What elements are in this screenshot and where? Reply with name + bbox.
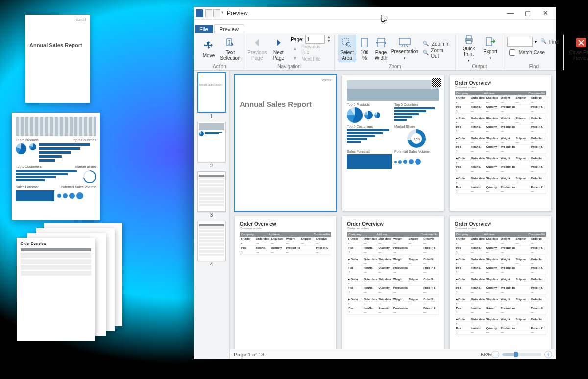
close-button[interactable]: ✕ (537, 8, 554, 18)
thumbnail-3[interactable] (197, 171, 226, 212)
order-block: ▸ OrderOrder dateShip dateWeightShipperO… (455, 116, 546, 134)
preview-page-2[interactable]: Top 5 ProductsTop 5 Countries Top 5 Cust… (342, 75, 443, 211)
preview-page-5[interactable]: Order Overview Customer orders CompanyAd… (342, 216, 443, 349)
zoom-out-button[interactable]: 🔍Zoom Out (421, 49, 452, 58)
thumbnail-number: 3 (196, 213, 227, 218)
page-width-icon (375, 36, 388, 49)
preview-page-3[interactable]: Order Overview Customer orders CompanyAd… (450, 75, 551, 211)
order-block: ▸ OrderOrder dateShip dateWeightShipperO… (455, 95, 546, 114)
find-input[interactable] (507, 37, 533, 47)
close-print-preview-button[interactable]: Close Print Preview (567, 35, 588, 62)
export-button[interactable]: Export▾ (480, 35, 501, 62)
area-chart-icon (347, 154, 392, 169)
group-label-zoom: Zoom (389, 64, 401, 69)
thumbnail-1[interactable]: Annual Sales Report (197, 72, 226, 113)
match-case-checkbox[interactable]: Match Case (507, 48, 561, 57)
group-label-action: Action (213, 64, 226, 69)
zoom-slider[interactable] (502, 353, 541, 356)
combit-logo: combit (322, 78, 333, 82)
maximize-button[interactable]: ▢ (519, 8, 537, 18)
sample-order-title: Order Overview (21, 242, 46, 245)
app-icon (196, 9, 203, 17)
page-icon (358, 36, 371, 49)
export-icon (484, 36, 497, 48)
next-file-button[interactable]: ▼Next File (291, 54, 331, 63)
order-block: ▸ OrderOrder dateShip dateWeightShipperO… (240, 237, 331, 255)
find-button[interactable]: 🔍Find (539, 37, 561, 46)
zoom-in-button[interactable]: + (544, 351, 552, 358)
thumbnail-number: 1 (196, 114, 227, 119)
preview-page-1[interactable]: combit Annual Sales Report (235, 75, 336, 211)
qat-icon[interactable] (205, 9, 212, 17)
thumbnail-2[interactable] (197, 122, 226, 162)
order-block: ▸ OrderOrder dateShip dateWeightShipperO… (347, 277, 439, 295)
minimize-button[interactable]: — (501, 8, 519, 18)
tab-file[interactable]: File (195, 25, 213, 33)
select-area-button[interactable]: Select Area (338, 35, 356, 62)
presentation-button[interactable]: Presentation▾ (391, 35, 419, 62)
page-input[interactable] (305, 35, 325, 44)
order-block: ▸ OrderOrder dateShip dateWeightShipperO… (347, 237, 439, 255)
combit-logo: combit (76, 18, 86, 21)
thumbnail-panel[interactable]: Annual Sales Report 1 2 3 4 (194, 71, 230, 359)
qat-dropdown-icon[interactable]: ▾ (221, 10, 224, 17)
page-width-button[interactable]: Page Width (372, 35, 390, 62)
move-button[interactable]: Move (198, 35, 219, 62)
order-block: ▸ OrderOrder dateShip dateWeightShipperO… (455, 176, 546, 194)
zoom-in-button[interactable]: 🔍Zoom In (421, 40, 452, 48)
arrow-up-icon: ▲ (293, 46, 299, 53)
zoom-level: 58% (481, 352, 491, 357)
svg-rect-3 (361, 38, 368, 47)
order-block: ▸ OrderOrder dateShip dateWeightShipperO… (455, 317, 546, 335)
area-chart-icon (16, 190, 54, 201)
world-map-icon (16, 117, 96, 136)
presentation-icon (398, 36, 411, 48)
order-block: ▸ OrderOrder dateShip dateWeightShipperO… (347, 297, 439, 315)
printer-icon (463, 34, 475, 45)
page-pane[interactable]: combit Annual Sales Report Top 5 Product… (230, 71, 556, 349)
group-label-output: Output (472, 64, 487, 69)
bar-chart-icon (394, 107, 439, 123)
zoom-out-icon: 🔍 (423, 50, 429, 57)
preview-page-6[interactable]: Order Overview Customer orders CompanyAd… (450, 216, 551, 349)
pie-icon (16, 143, 26, 154)
close-preview-icon (575, 36, 588, 49)
thumbnail-number: 2 (196, 163, 227, 168)
ribbon-tabs: File Preview (194, 20, 556, 33)
quick-print-button[interactable]: Quick Print▾ (459, 35, 479, 62)
order-block: ▸ OrderOrder dateShip dateWeightShipperO… (455, 237, 546, 255)
preview-page-4[interactable]: Order Overview Customer orders CompanyAd… (235, 216, 336, 349)
group-label-find: Find (529, 64, 539, 69)
ribbon: Move Text Selection Action Previous Page… (194, 33, 556, 71)
page-spinner[interactable]: Page: ▲▼ (291, 35, 331, 44)
qat-icon[interactable] (213, 9, 220, 17)
donut-chart-icon: 72% (407, 129, 426, 148)
world-map-icon (347, 80, 439, 101)
window-title: Preview (227, 10, 248, 17)
text-selection-button[interactable]: Text Selection (220, 35, 241, 62)
order-block: ▸ OrderOrder dateShip dateWeightShipperO… (455, 257, 546, 275)
svg-rect-7 (466, 36, 471, 39)
svg-rect-1 (343, 38, 348, 44)
order-block: ▸ OrderOrder dateShip dateWeightShipperO… (455, 277, 546, 295)
donut-icon (83, 170, 96, 183)
order-block: ▸ OrderOrder dateShip dateWeightShipperO… (455, 156, 546, 174)
previous-file-button[interactable]: ▲Previous File (291, 45, 331, 54)
order-overview-title: Order Overview (455, 80, 546, 86)
sample-page-title: combit Annual Sales Report (25, 15, 90, 103)
next-page-button[interactable]: Next Page (269, 35, 289, 62)
pie-chart-icon (364, 111, 373, 119)
bar-chart-icon (347, 129, 392, 148)
group-label-navigation: Navigation (277, 64, 300, 69)
zoom-out-button[interactable]: − (491, 351, 499, 358)
previous-page-button[interactable]: Previous Page (247, 35, 268, 62)
preview-window: ▾ Preview — ▢ ✕ File Preview Move Text S… (194, 7, 556, 359)
status-bar: Page 1 of 13 58% − + (230, 349, 556, 359)
zoom-100-button[interactable]: 100 % (357, 35, 371, 62)
sample-page-dashboard: Top 5 ProductsTop 5 Countries Top 5 Cust… (12, 113, 100, 220)
bubble-chart-icon (57, 190, 96, 201)
thumbnail-4[interactable] (197, 221, 226, 261)
tab-preview[interactable]: Preview (214, 24, 244, 33)
order-block: ▸ OrderOrder dateShip dateWeightShipperO… (455, 136, 546, 154)
bars-icon (39, 143, 96, 163)
